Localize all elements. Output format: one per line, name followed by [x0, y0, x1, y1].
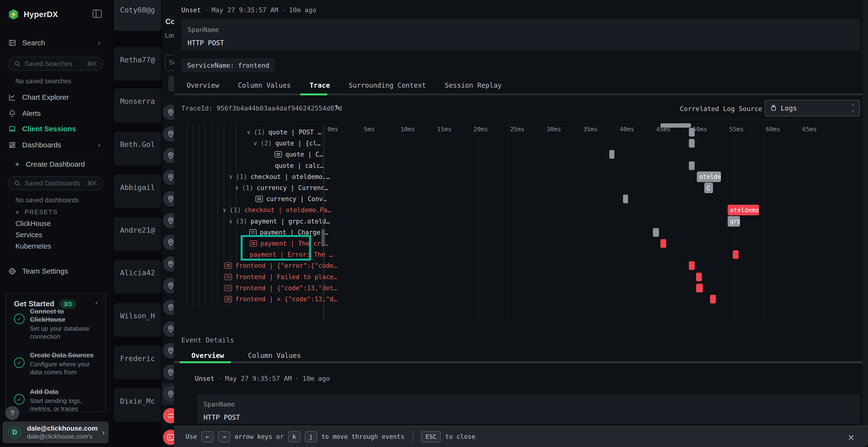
- span-bar-clipped[interactable]: [660, 123, 691, 128]
- ed-tab-overview[interactable]: Overview: [191, 352, 224, 359]
- session-card[interactable]: Frederic: [114, 346, 161, 379]
- trace-tree-row[interactable]: quote | calc…: [275, 161, 324, 171]
- session-event-row[interactable]: [162, 167, 174, 188]
- trace-tree-row[interactable]: quote | C…: [275, 149, 323, 160]
- saved-dashboards-input[interactable]: Saved Dashboards ⌘K: [8, 176, 103, 190]
- span-bar[interactable]: [689, 161, 695, 170]
- trace-tree-row[interactable]: frontend | {"code":13,"det…: [225, 283, 337, 293]
- sidebar-item-chart-explorer[interactable]: Chart Explorer: [0, 91, 111, 104]
- sidebar-item-team-settings[interactable]: Team Settings: [0, 265, 111, 278]
- session-card[interactable]: Wilson_H: [114, 303, 161, 337]
- session-event-row[interactable]: [162, 383, 174, 405]
- service-name-chip[interactable]: ServiceName: frontend: [181, 58, 275, 72]
- chevron-up-icon[interactable]: ∧: [98, 143, 101, 147]
- app-logo[interactable]: ⚡ HyperDX: [8, 9, 58, 20]
- preset-item-clickhouse[interactable]: ClickHouse: [16, 220, 51, 228]
- chevron-down-icon[interactable]: ∨: [254, 140, 257, 147]
- trace-tree-row[interactable]: currency | Conv…: [255, 194, 327, 204]
- session-event-row[interactable]: [162, 318, 174, 340]
- sidebar-item-client-sessions[interactable]: Client Sessions: [0, 122, 111, 136]
- arrow-right-key[interactable]: →: [218, 431, 230, 442]
- trace-tree-row[interactable]: ∨(1)checkout | oteldemo.Pa…: [223, 205, 331, 215]
- session-event-row[interactable]: [162, 145, 174, 167]
- span-bar[interactable]: [689, 139, 695, 148]
- session-action-button[interactable]: [168, 76, 174, 92]
- span-bar-labeled[interactable]: C: [704, 182, 713, 193]
- collapse-sidebar-icon[interactable]: [93, 10, 102, 18]
- span-bar[interactable]: [696, 273, 702, 281]
- session-event-row[interactable]: [162, 102, 174, 123]
- session-event-row[interactable]: [162, 232, 174, 253]
- session-event-row[interactable]: [162, 210, 174, 232]
- session-event-row[interactable]: [162, 123, 174, 145]
- span-bar[interactable]: [689, 261, 695, 270]
- presets-toggle[interactable]: ∨ PRESETS: [16, 209, 58, 215]
- ed-tab-column-values[interactable]: Column Values: [248, 352, 301, 359]
- session-card[interactable]: Dixie_Mc: [114, 388, 161, 422]
- session-event-row[interactable]: [162, 405, 174, 427]
- session-card[interactable]: Beth.Gol: [114, 132, 161, 165]
- span-bar[interactable]: [689, 128, 695, 137]
- esc-key[interactable]: ESC: [421, 431, 441, 442]
- tab-trace[interactable]: Trace: [310, 81, 330, 89]
- span-bar[interactable]: [623, 195, 628, 203]
- chevron-down-icon[interactable]: ∨: [223, 207, 226, 213]
- tree-timeline-splitter[interactable]: [323, 124, 324, 320]
- session-card[interactable]: Abbigail: [114, 175, 161, 208]
- tab-surrounding-context[interactable]: Surrounding Context: [349, 81, 426, 89]
- span-bar-labeled[interactable]: oteldemo.: [697, 171, 721, 182]
- user-menu[interactable]: D dale@clickhouse.com dale@clickhouse.co…: [2, 421, 108, 443]
- get-started-item[interactable]: ✓Create Data SourcesConfigure where your…: [14, 351, 101, 376]
- session-event-row[interactable]: [162, 340, 174, 362]
- trace-tree-row[interactable]: ∨(1)currency | Currenc…: [235, 183, 329, 193]
- preset-item-kubernetes[interactable]: Kubernetes: [16, 242, 51, 250]
- chevron-down-icon[interactable]: ∨: [229, 218, 232, 225]
- span-bar[interactable]: [653, 228, 659, 237]
- log-source-select[interactable]: Logs ⌃⌄: [765, 100, 860, 116]
- sidebar-item-dashboards[interactable]: Dashboards∧: [0, 138, 111, 152]
- edit-pencil-icon[interactable]: ✎: [335, 104, 340, 111]
- session-event-row[interactable]: [162, 362, 174, 383]
- tab-session-replay[interactable]: Session Replay: [445, 81, 502, 89]
- trace-tree-row[interactable]: ∨(3)payment | grpc.oteld…: [229, 216, 330, 227]
- session-event-row[interactable]: [162, 427, 174, 447]
- saved-searches-input[interactable]: Saved Searches ⌘K: [8, 57, 103, 71]
- trace-tree-row[interactable]: frontend | × {"code":13,"d…: [225, 294, 337, 304]
- session-card[interactable]: Andre21@: [114, 217, 161, 251]
- close-icon[interactable]: ×: [848, 431, 855, 444]
- tab-overview[interactable]: Overview: [187, 81, 219, 89]
- modal-scrollbar[interactable]: [863, 0, 868, 447]
- session-card[interactable]: Retha77@: [114, 47, 161, 81]
- get-started-item[interactable]: ✓Add DataStart sending logs, metrics, or…: [14, 388, 101, 413]
- tab-column-values[interactable]: Column Values: [238, 81, 291, 89]
- span-bar[interactable]: [733, 250, 739, 259]
- session-event-row[interactable]: [162, 297, 174, 318]
- session-card[interactable]: Coty60@g: [114, 0, 161, 31]
- span-bar[interactable]: [710, 295, 716, 304]
- span-bar-labeled[interactable]: oteldemo.: [728, 205, 759, 215]
- session-event-row[interactable]: [162, 253, 174, 275]
- session-card[interactable]: Monserra: [114, 89, 161, 122]
- arrow-left-key[interactable]: ←: [201, 431, 214, 442]
- session-event-row[interactable]: [162, 188, 174, 210]
- chevron-up-icon[interactable]: ∧: [95, 301, 98, 305]
- k-key[interactable]: k: [288, 431, 301, 442]
- session-card[interactable]: Alicia42: [114, 260, 161, 294]
- chevron-down-icon[interactable]: ∨: [229, 173, 232, 180]
- j-key[interactable]: j: [305, 431, 317, 442]
- trace-tree-row[interactable]: ∨(1)checkout | oteldemo.…: [229, 172, 330, 182]
- trace-tree-row[interactable]: frontend | Failed to place…: [225, 272, 337, 282]
- span-bar-labeled[interactable]: grp: [728, 216, 740, 227]
- sidebar-item-search[interactable]: Search ∧: [0, 36, 111, 49]
- trace-tree-row[interactable]: ∨(1)quote | POST …: [247, 127, 321, 137]
- span-bar[interactable]: [660, 239, 666, 248]
- preset-item-services[interactable]: Services: [16, 231, 42, 239]
- session-search-input[interactable]: Sea: [165, 55, 174, 71]
- help-button[interactable]: ?: [5, 406, 19, 420]
- create-dashboard-button[interactable]: + Create Dashboard: [0, 158, 111, 171]
- chevron-down-icon[interactable]: ∨: [247, 129, 250, 136]
- span-bar[interactable]: [609, 150, 614, 159]
- chevron-down-icon[interactable]: ∨: [235, 184, 239, 191]
- sidebar-item-alerts[interactable]: Alerts: [0, 107, 111, 120]
- session-event-row[interactable]: [162, 275, 174, 297]
